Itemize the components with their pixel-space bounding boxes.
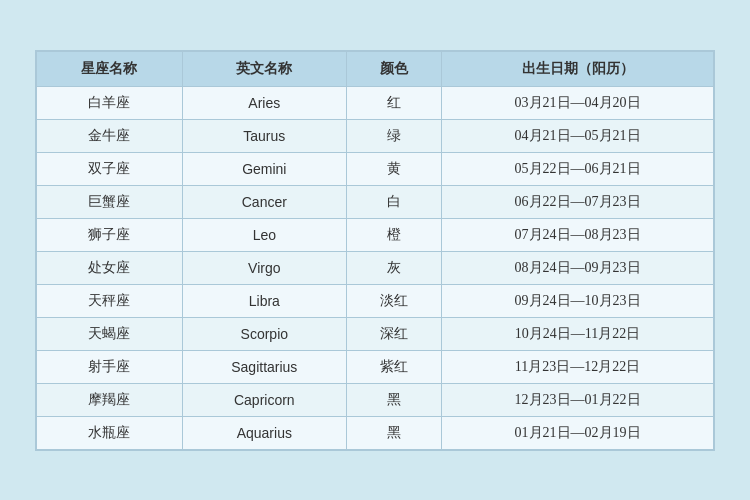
table-row: 白羊座Aries红03月21日—04月20日 xyxy=(37,86,714,119)
cell-dates: 07月24日—08月23日 xyxy=(442,218,714,251)
header-dates: 出生日期（阳历） xyxy=(442,51,714,86)
cell-chinese-name: 天蝎座 xyxy=(37,317,183,350)
cell-english-name: Taurus xyxy=(182,119,346,152)
cell-english-name: Aquarius xyxy=(182,416,346,449)
cell-color: 深红 xyxy=(346,317,441,350)
table-header-row: 星座名称 英文名称 颜色 出生日期（阳历） xyxy=(37,51,714,86)
table-row: 天蝎座Scorpio深红10月24日—11月22日 xyxy=(37,317,714,350)
cell-english-name: Libra xyxy=(182,284,346,317)
cell-color: 紫红 xyxy=(346,350,441,383)
cell-chinese-name: 摩羯座 xyxy=(37,383,183,416)
table-row: 处女座Virgo灰08月24日—09月23日 xyxy=(37,251,714,284)
cell-color: 橙 xyxy=(346,218,441,251)
cell-english-name: Scorpio xyxy=(182,317,346,350)
cell-color: 黑 xyxy=(346,383,441,416)
cell-dates: 11月23日—12月22日 xyxy=(442,350,714,383)
cell-color: 红 xyxy=(346,86,441,119)
table-row: 天秤座Libra淡红09月24日—10月23日 xyxy=(37,284,714,317)
cell-chinese-name: 双子座 xyxy=(37,152,183,185)
cell-chinese-name: 白羊座 xyxy=(37,86,183,119)
cell-chinese-name: 处女座 xyxy=(37,251,183,284)
cell-chinese-name: 天秤座 xyxy=(37,284,183,317)
header-color: 颜色 xyxy=(346,51,441,86)
cell-english-name: Sagittarius xyxy=(182,350,346,383)
table-row: 巨蟹座Cancer白06月22日—07月23日 xyxy=(37,185,714,218)
cell-chinese-name: 水瓶座 xyxy=(37,416,183,449)
cell-dates: 08月24日—09月23日 xyxy=(442,251,714,284)
table-row: 射手座Sagittarius紫红11月23日—12月22日 xyxy=(37,350,714,383)
cell-dates: 01月21日—02月19日 xyxy=(442,416,714,449)
cell-dates: 05月22日—06月21日 xyxy=(442,152,714,185)
cell-chinese-name: 射手座 xyxy=(37,350,183,383)
header-chinese-name: 星座名称 xyxy=(37,51,183,86)
cell-chinese-name: 金牛座 xyxy=(37,119,183,152)
table-row: 金牛座Taurus绿04月21日—05月21日 xyxy=(37,119,714,152)
table-row: 水瓶座Aquarius黑01月21日—02月19日 xyxy=(37,416,714,449)
zodiac-table-container: 星座名称 英文名称 颜色 出生日期（阳历） 白羊座Aries红03月21日—04… xyxy=(35,50,715,451)
table-row: 狮子座Leo橙07月24日—08月23日 xyxy=(37,218,714,251)
zodiac-table: 星座名称 英文名称 颜色 出生日期（阳历） 白羊座Aries红03月21日—04… xyxy=(36,51,714,450)
cell-english-name: Gemini xyxy=(182,152,346,185)
table-body: 白羊座Aries红03月21日—04月20日金牛座Taurus绿04月21日—0… xyxy=(37,86,714,449)
cell-color: 白 xyxy=(346,185,441,218)
table-row: 双子座Gemini黄05月22日—06月21日 xyxy=(37,152,714,185)
cell-color: 黄 xyxy=(346,152,441,185)
cell-english-name: Leo xyxy=(182,218,346,251)
cell-english-name: Aries xyxy=(182,86,346,119)
cell-dates: 09月24日—10月23日 xyxy=(442,284,714,317)
cell-dates: 06月22日—07月23日 xyxy=(442,185,714,218)
cell-color: 灰 xyxy=(346,251,441,284)
cell-dates: 12月23日—01月22日 xyxy=(442,383,714,416)
header-english-name: 英文名称 xyxy=(182,51,346,86)
cell-english-name: Cancer xyxy=(182,185,346,218)
cell-chinese-name: 巨蟹座 xyxy=(37,185,183,218)
cell-english-name: Virgo xyxy=(182,251,346,284)
cell-dates: 03月21日—04月20日 xyxy=(442,86,714,119)
cell-dates: 04月21日—05月21日 xyxy=(442,119,714,152)
cell-english-name: Capricorn xyxy=(182,383,346,416)
cell-dates: 10月24日—11月22日 xyxy=(442,317,714,350)
cell-color: 黑 xyxy=(346,416,441,449)
cell-color: 绿 xyxy=(346,119,441,152)
cell-chinese-name: 狮子座 xyxy=(37,218,183,251)
table-row: 摩羯座Capricorn黑12月23日—01月22日 xyxy=(37,383,714,416)
cell-color: 淡红 xyxy=(346,284,441,317)
